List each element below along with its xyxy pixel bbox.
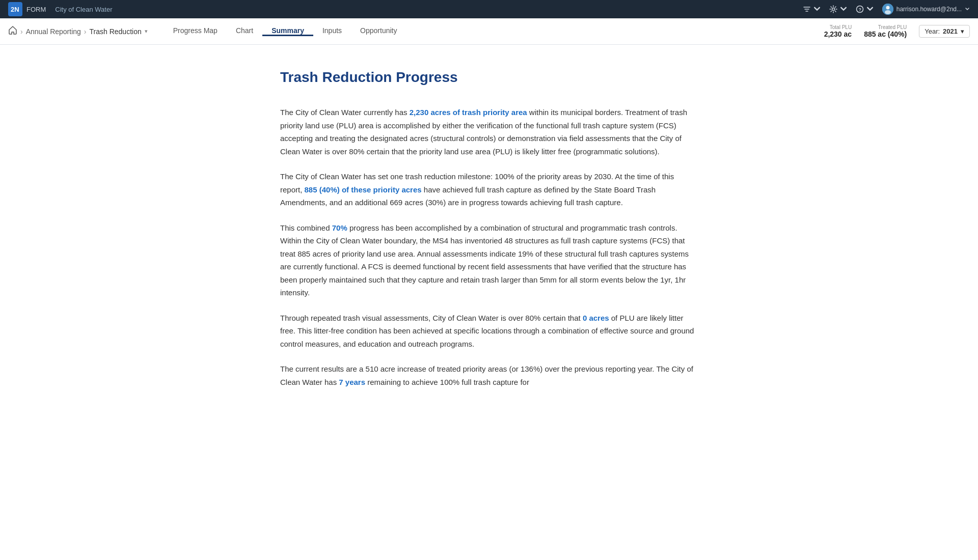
paragraph-4: Through repeated trash visual assessment…	[280, 312, 698, 351]
logo-block[interactable]: 2N FORM	[8, 2, 46, 16]
total-plu-label: Total PLU	[824, 24, 852, 30]
user-email: harrison.howard@2nd...	[896, 6, 962, 13]
paragraph-5: The current results are a 510 acre incre…	[280, 362, 698, 388]
user-menu[interactable]: harrison.howard@2nd...	[882, 4, 970, 15]
help-icon-group[interactable]: ?	[856, 5, 874, 13]
highlight-70-percent: 70%	[332, 223, 347, 232]
paragraph-1: The City of Clean Water currently has 2,…	[280, 106, 698, 158]
topbar-right: ? harrison.howard@2nd...	[803, 4, 970, 15]
svg-point-5	[886, 6, 889, 10]
year-label: Year:	[925, 27, 940, 35]
treated-plu-value: 885 ac (40%)	[864, 30, 907, 38]
total-plu-value: 2,230 ac	[824, 30, 852, 38]
treated-plu-stat: Treated PLU 885 ac (40%)	[864, 24, 907, 38]
breadcrumb: › Annual Reporting › Trash Reduction ▾	[8, 25, 148, 37]
tab-inputs[interactable]: Inputs	[313, 26, 351, 36]
tab-progress-map[interactable]: Progress Map	[164, 26, 227, 36]
svg-text:?: ?	[858, 7, 861, 12]
site-title: City of Clean Water	[55, 6, 112, 13]
navbar: › Annual Reporting › Trash Reduction ▾ P…	[0, 18, 978, 45]
svg-point-1	[832, 8, 834, 11]
paragraph-3: This combined 70% progress has been acco…	[280, 221, 698, 299]
avatar	[882, 4, 893, 15]
navbar-right: Total PLU 2,230 ac Treated PLU 885 ac (4…	[824, 18, 970, 44]
year-selector[interactable]: Year: 2021 ▾	[919, 25, 970, 38]
page-title: Trash Reduction Progress	[280, 69, 698, 86]
breadcrumb-dropdown-icon[interactable]: ▾	[145, 28, 148, 35]
total-plu-stat: Total PLU 2,230 ac	[824, 24, 852, 38]
logo-icon: 2N	[8, 2, 22, 16]
nav-tabs: Progress Map Chart Summary Inputs Opport…	[164, 26, 406, 36]
topbar-left: 2N FORM City of Clean Water	[8, 2, 113, 16]
highlight-885-acres: 885 (40%) of these priority acres	[305, 185, 422, 194]
home-icon[interactable]	[8, 25, 17, 37]
sort-icon-group[interactable]	[803, 5, 821, 13]
topbar: 2N FORM City of Clean Water ?	[0, 0, 978, 18]
breadcrumb-sep-1: ›	[20, 27, 23, 36]
highlight-total-acres: 2,230 acres of trash priority area	[410, 108, 527, 117]
breadcrumb-trash-reduction[interactable]: Trash Reduction	[90, 27, 142, 36]
tab-chart[interactable]: Chart	[227, 26, 262, 36]
main-content: Trash Reduction Progress The City of Cle…	[260, 45, 718, 425]
highlight-7-years: 7 years	[339, 378, 365, 386]
tab-opportunity[interactable]: Opportunity	[351, 26, 406, 36]
year-value: 2021	[943, 27, 958, 35]
breadcrumb-annual-reporting[interactable]: Annual Reporting	[26, 27, 81, 36]
highlight-0-acres: 0 acres	[583, 314, 609, 322]
paragraph-2: The City of Clean Water has set one tras…	[280, 170, 698, 209]
treated-plu-label: Treated PLU	[864, 24, 907, 30]
app-name: FORM	[26, 6, 46, 13]
breadcrumb-sep-2: ›	[84, 27, 87, 36]
year-dropdown-icon: ▾	[961, 27, 964, 35]
navbar-left: › Annual Reporting › Trash Reduction ▾ P…	[8, 18, 406, 44]
svg-text:2N: 2N	[11, 6, 19, 13]
tab-summary[interactable]: Summary	[262, 26, 313, 36]
svg-point-6	[885, 10, 891, 14]
settings-icon-group[interactable]	[829, 5, 848, 13]
